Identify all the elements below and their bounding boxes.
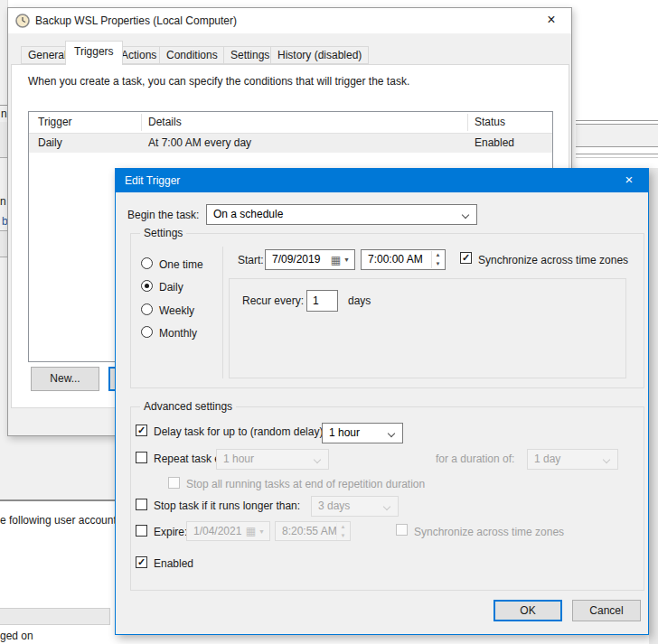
start-date-picker[interactable]: 7/09/2019 ▦▼ [265,249,355,270]
chevron-down-icon [603,456,610,463]
start-label: Start: [238,254,264,266]
radio-one-time-label: One time [159,258,203,271]
delay-task-label: Delay task for up to (random delay): [154,425,326,438]
chevron-down-icon [388,430,395,437]
radio-monthly-label: Monthly [159,327,197,340]
triggers-description: When you create a task, you can specify … [28,75,409,88]
duration-value: 1 day [534,453,560,465]
background-window-right-sliver [649,168,658,644]
close-icon[interactable]: × [531,8,571,33]
ok-button[interactable]: OK [494,600,562,621]
stop-all-tasks-label: Stop all running tasks at end of repetit… [186,478,425,490]
sync-timezones-label: Synchronize across time zones [478,254,628,266]
task-scheduler-clock-icon [15,14,30,28]
window-title: Backup WSL Properties (Local Computer) [35,14,237,27]
recur-unit-label: days [348,294,371,307]
spin-down-icon[interactable]: ▼ [337,532,349,541]
spin-up-icon[interactable]: ▲ [432,251,444,260]
expire-time-value: 8:20:55 AM [282,525,337,537]
radio-daily-label: Daily [159,281,183,294]
enabled-label: Enabled [154,557,193,570]
cell-status: Enabled [475,136,514,149]
dropdown-arrow-icon: ▼ [258,528,265,535]
column-divider [467,114,468,131]
repeat-task-value: 1 hour [223,453,254,465]
calendar-icon: ▦ [331,255,341,266]
cancel-button[interactable]: Cancel [572,600,641,621]
new-trigger-button[interactable]: New... [31,367,99,391]
start-time-spinner[interactable]: 7:00:00 AM ▲▼ [361,249,446,270]
column-header-trigger[interactable]: Trigger [38,112,72,133]
background-general-tab-fragment: e following user account ged on d on or … [0,436,115,644]
expire-checkbox[interactable] [136,525,147,537]
start-date-value: 7/09/2019 [272,253,320,266]
tab-conditions[interactable]: Conditions [159,46,225,64]
sync-timezones-checkbox[interactable]: ✓ [460,252,472,264]
recur-every-input[interactable] [306,290,338,312]
delay-task-select[interactable]: 1 hour [322,423,403,443]
dropdown-arrow-icon: ▼ [343,257,350,263]
divider [222,247,223,378]
delay-task-value: 1 hour [329,426,360,439]
chevron-down-icon [314,456,321,463]
stop-all-tasks-checkbox[interactable] [168,477,180,489]
spin-up-icon[interactable]: ▲ [337,523,349,532]
expire-date-value: 1/04/2021 [193,525,241,537]
begin-task-value: On a schedule [213,208,283,220]
start-time-value: 7:00:00 AM [368,253,423,266]
radio-weekly-label: Weekly [159,304,194,317]
repeat-task-select[interactable]: 1 hour [216,449,329,470]
duration-label: for a duration of: [436,453,514,465]
background-text-fragment: ged on [0,630,33,642]
expire-time-spinner[interactable]: 8:20:55 AM ▲▼ [275,521,351,541]
title-bar[interactable]: Backup WSL Properties (Local Computer) × [8,8,571,33]
spin-down-icon[interactable]: ▼ [432,260,444,269]
background-window-top-right [572,0,658,168]
column-header-details[interactable]: Details [148,112,182,133]
background-combobox-fragment [0,608,110,625]
settings-group-label: Settings [140,227,186,239]
radio-daily[interactable] [141,280,153,292]
cell-details: At 7:00 AM every day [148,136,251,149]
table-row[interactable]: Daily At 7:00 AM every day Enabled [29,134,552,153]
radio-one-time[interactable] [141,257,153,269]
column-divider [141,114,142,131]
radio-monthly[interactable] [141,326,153,338]
stop-task-checkbox[interactable] [136,499,147,510]
background-text-fragment: e following user account [0,514,117,527]
expire-label: Expire: [154,526,187,538]
stop-task-select[interactable]: 3 days [311,496,399,517]
expire-sync-checkbox[interactable] [396,524,408,536]
begin-task-select[interactable]: On a schedule [206,204,477,225]
stop-task-value: 3 days [318,499,350,512]
repeat-task-checkbox[interactable] [136,452,147,463]
background-text-fragment: n [1,107,7,120]
stop-task-label: Stop task if it runs longer than: [154,499,300,512]
advanced-settings-group-label: Advanced settings [140,400,236,413]
window-title: Edit Trigger [125,174,180,187]
edit-trigger-dialog: Edit Trigger × Begin the task: On a sche… [115,168,649,635]
title-bar[interactable]: Edit Trigger × [116,169,648,192]
radio-weekly[interactable] [141,303,153,315]
enabled-checkbox[interactable]: ✓ [136,556,147,568]
chevron-down-icon [462,211,469,219]
delay-task-checkbox[interactable]: ✓ [136,425,147,436]
cell-trigger: Daily [38,136,62,149]
tab-triggers[interactable]: Triggers [65,41,123,65]
tab-history[interactable]: History (disabled) [270,46,369,64]
background-text-fragment: n [0,195,6,208]
background-panel-fragment [576,124,658,147]
begin-task-label: Begin the task: [127,209,199,221]
duration-select[interactable]: 1 day [527,449,618,470]
expire-sync-label: Synchronize across time zones [414,526,564,538]
expire-date-picker[interactable]: 1/04/2021 ▦▼ [186,521,270,541]
tab-settings[interactable]: Settings [223,46,277,64]
chevron-down-icon [383,503,390,510]
calendar-icon: ▦ [246,526,256,537]
recur-every-label: Recur every: [242,294,304,307]
daily-options-panel [229,278,626,378]
close-icon[interactable]: × [610,169,648,192]
column-header-status[interactable]: Status [475,112,505,133]
